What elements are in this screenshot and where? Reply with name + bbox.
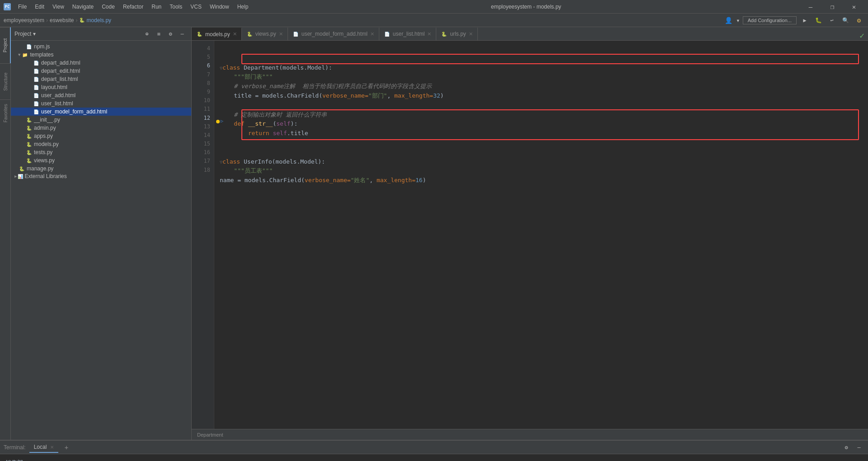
terminal-add-tab[interactable]: + bbox=[62, 443, 71, 452]
tree-item-init-py[interactable]: 🐍 __init__.py bbox=[11, 116, 191, 124]
tab-user-model-form-add[interactable]: 📄 user_model_form_add.html ✕ bbox=[288, 28, 379, 40]
sidebar-controls: ⊕ ≡ ⚙ — bbox=[142, 28, 188, 39]
debug-button[interactable]: 🐛 bbox=[813, 15, 824, 26]
settings-button[interactable]: ⚙ bbox=[854, 15, 864, 26]
terminal-content[interactable]: 销售部 2000-01-01 男 技术部 2001-01-01 女 策划部 20… bbox=[0, 454, 868, 461]
sidebar-locate-button[interactable]: ⊕ bbox=[142, 28, 152, 39]
self-12: self bbox=[276, 120, 290, 127]
tree-item-tests-py[interactable]: 🐍 tests.py bbox=[11, 148, 191, 156]
html-icon-user-list: 📄 bbox=[33, 100, 40, 107]
search-everywhere-button[interactable]: 🔍 bbox=[840, 15, 851, 26]
kw-return-13: return bbox=[248, 130, 273, 136]
py-icon-apps: 🐍 bbox=[25, 132, 33, 140]
tab-models-py[interactable]: 🐍 models.py ✕ bbox=[192, 28, 242, 40]
tree-item-label-templates: templates bbox=[30, 52, 53, 58]
window-controls: — ❐ ✕ bbox=[800, 0, 864, 14]
sidebar-collapse-button[interactable]: ≡ bbox=[153, 28, 164, 39]
menu-run[interactable]: Run bbox=[148, 3, 165, 11]
tree-item-user-add[interactable]: 📄 user_add.html bbox=[11, 91, 191, 99]
close-button[interactable]: ✕ bbox=[844, 0, 864, 14]
left-tab-favorites[interactable]: Favorites bbox=[0, 99, 11, 127]
line-numbers: 4 5 6 7 8 9 10 11 12 13 14 15 16 17 18 bbox=[192, 41, 214, 429]
menu-help[interactable]: Help bbox=[234, 3, 252, 11]
nav-right-controls: 👤 ▾ Add Configuration... ▶ 🐛 ↩ 🔍 ⚙ bbox=[725, 15, 864, 26]
line-num-4: 4 bbox=[193, 44, 210, 53]
code-line-8: # verbose_name注解 相当于给我们程序员自己看代码时的字段含义提示 bbox=[220, 82, 863, 91]
tabs-bar: 🐍 models.py ✕ 🐍 views.py ✕ 📄 user_model_… bbox=[192, 27, 868, 41]
code-line-16: ▽class UserInfo(models.Model): bbox=[220, 157, 863, 167]
user-account-icon[interactable]: 👤 ▾ bbox=[725, 17, 740, 24]
sidebar-options-button[interactable]: ⚙ bbox=[165, 28, 176, 39]
maximize-button[interactable]: ❐ bbox=[822, 0, 843, 14]
menu-code[interactable]: Code bbox=[98, 3, 118, 11]
tab-close-user-form[interactable]: ✕ bbox=[370, 31, 374, 37]
menu-edit[interactable]: Edit bbox=[31, 3, 48, 11]
menu-view[interactable]: View bbox=[49, 3, 68, 11]
menu-vcs[interactable]: VCS bbox=[187, 3, 205, 11]
tree-item-layout[interactable]: 📄 layout.html bbox=[11, 83, 191, 91]
tree-item-depart-add[interactable]: 📄 depart_add.html bbox=[11, 59, 191, 67]
terminal-tab-close[interactable]: ✕ bbox=[50, 445, 54, 450]
tree-item-templates[interactable]: ▼ 📁 templates bbox=[11, 51, 191, 59]
tree-item-admin-py[interactable]: 🐍 admin.py bbox=[11, 124, 191, 132]
breadcrumb-current[interactable]: 🐍 models.py bbox=[79, 17, 111, 24]
kw-class-16: class bbox=[222, 158, 244, 165]
menu-refactor[interactable]: Refactor bbox=[119, 3, 147, 11]
tab-label-urls-py: urls.py bbox=[450, 31, 466, 37]
terminal-settings-icon[interactable]: ⚙ bbox=[841, 442, 852, 453]
line-num-9: 9 bbox=[193, 88, 210, 96]
tab-close-urls[interactable]: ✕ bbox=[469, 31, 473, 37]
breadcrumb-root[interactable]: employeesystem bbox=[4, 17, 44, 24]
sidebar-minimize-button[interactable]: — bbox=[177, 28, 188, 39]
tree-item-npm-js[interactable]: 📄 npm.js bbox=[11, 42, 191, 51]
comment-11: # 定制输出对象时 返回什么字符串 bbox=[234, 111, 326, 118]
line-num-11: 11 bbox=[193, 105, 210, 113]
no-errors-icon: ✓ bbox=[859, 31, 864, 40]
code-folding-arrow[interactable]: ▷ bbox=[221, 118, 223, 125]
self-13: self bbox=[273, 130, 287, 136]
tree-item-user-model-form-add[interactable]: 📄 user_model_form_add.html bbox=[11, 108, 191, 116]
tree-item-manage-py[interactable]: 🐍 manage.py bbox=[11, 165, 191, 173]
breadcrumb-eswebsite[interactable]: eswebsite bbox=[50, 17, 74, 24]
tree-item-user-list[interactable]: 📄 user_list.html bbox=[11, 99, 191, 108]
tab-close-user-list[interactable]: ✕ bbox=[427, 31, 431, 37]
terminal-tab-local[interactable]: Local ✕ bbox=[29, 442, 58, 453]
tree-item-models-py[interactable]: 🐍 models.py bbox=[11, 140, 191, 148]
py-icon-admin: 🐍 bbox=[25, 124, 33, 132]
tab-user-list-html[interactable]: 📄 user_list.html ✕ bbox=[379, 28, 437, 40]
tree-item-depart-list[interactable]: 📄 depart_list.html bbox=[11, 75, 191, 83]
run-button[interactable]: ▶ bbox=[799, 15, 810, 26]
menu-window[interactable]: Window bbox=[206, 3, 233, 11]
tree-item-ext-libs[interactable]: ▶ 📊 External Libraries bbox=[11, 173, 191, 180]
main-area: Project Structure Favorites Project ▾ ⊕ … bbox=[0, 27, 868, 440]
tree-item-apps-py[interactable]: 🐍 apps.py bbox=[11, 132, 191, 140]
left-tab-project[interactable]: Project bbox=[0, 27, 11, 63]
left-tab-structure[interactable]: Structure bbox=[0, 63, 11, 99]
menu-navigate[interactable]: Navigate bbox=[69, 3, 97, 11]
comma-18: , bbox=[369, 177, 377, 183]
tree-item-depart-edit[interactable]: 📄 depart_edit.html bbox=[11, 67, 191, 75]
rerun-button[interactable]: ↩ bbox=[826, 15, 837, 26]
tab-close-models-py[interactable]: ✕ bbox=[233, 31, 237, 37]
menu-file[interactable]: File bbox=[14, 3, 30, 11]
tree-item-views-py[interactable]: 🐍 views.py bbox=[11, 156, 191, 165]
code-content[interactable]: ▷ ▽class Department(models.Model): """部门… bbox=[214, 41, 868, 429]
tab-label-models-py: models.py bbox=[205, 31, 230, 38]
add-configuration-button[interactable]: Add Configuration... bbox=[743, 16, 797, 24]
tab-label-user-form-html: user_model_form_add.html bbox=[302, 31, 368, 37]
collapse-arrow-templates: ▼ bbox=[18, 52, 20, 57]
tab-views-py[interactable]: 🐍 views.py ✕ bbox=[242, 28, 288, 40]
breakpoint-indicator[interactable] bbox=[216, 120, 220, 123]
tab-icon-user-form-html: 📄 bbox=[292, 31, 299, 37]
minimize-button[interactable]: — bbox=[800, 0, 821, 14]
tree-label-manage: manage.py bbox=[27, 165, 53, 172]
menu-tools[interactable]: Tools bbox=[166, 3, 186, 11]
kwarg-maxlen-9: max_length= bbox=[394, 92, 433, 99]
py-icon-tests: 🐍 bbox=[25, 149, 33, 156]
tab-urls-py[interactable]: 🐍 urls.py ✕ bbox=[436, 28, 477, 40]
code-editor[interactable]: 4 5 6 7 8 9 10 11 12 13 14 15 16 17 18 bbox=[192, 41, 868, 429]
code-line-10 bbox=[220, 101, 863, 110]
terminal-minimize-icon[interactable]: — bbox=[854, 442, 864, 453]
tab-close-views-py[interactable]: ✕ bbox=[279, 31, 283, 37]
line-num-7: 7 bbox=[193, 71, 210, 79]
